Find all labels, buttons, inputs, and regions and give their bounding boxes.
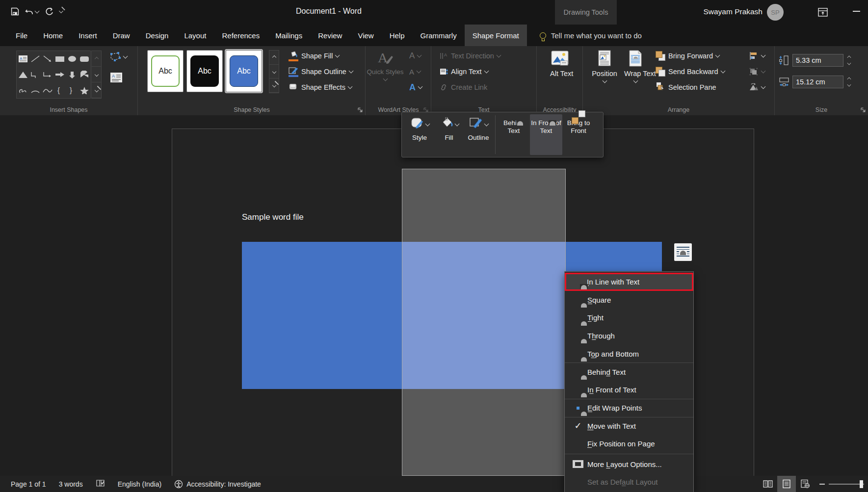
language-indicator[interactable]: English (India) bbox=[118, 480, 162, 488]
text-direction-button[interactable]: A Text Direction bbox=[436, 48, 503, 64]
gallery-scroll-down-button[interactable] bbox=[92, 67, 101, 82]
alt-text-button[interactable]: Alt Text bbox=[545, 46, 575, 101]
shape-snip-corner-icon[interactable] bbox=[78, 67, 90, 82]
align-text-button[interactable]: Align Text bbox=[436, 64, 503, 79]
tab-design[interactable]: Design bbox=[138, 25, 177, 46]
menu-item-in-front-of-text[interactable]: In Front of Text bbox=[565, 381, 693, 399]
minimize-button[interactable] bbox=[853, 11, 860, 12]
shape-width-input[interactable] bbox=[792, 76, 843, 88]
rotate-objects-button[interactable] bbox=[746, 79, 768, 95]
tab-view[interactable]: View bbox=[350, 25, 381, 46]
size-dialog-launcher[interactable] bbox=[860, 107, 867, 113]
send-backward-button[interactable]: Send Backward bbox=[653, 64, 728, 79]
shape-line-icon[interactable] bbox=[29, 51, 41, 67]
shape-oval-icon[interactable] bbox=[66, 51, 78, 67]
tab-draw[interactable]: Draw bbox=[105, 25, 138, 46]
tab-file[interactable]: File bbox=[8, 25, 35, 46]
height-stepper[interactable] bbox=[846, 56, 851, 65]
menu-item-through[interactable]: Through bbox=[565, 327, 693, 345]
shape-elbow-connector-icon[interactable] bbox=[29, 67, 41, 82]
tab-review[interactable]: Review bbox=[310, 25, 350, 46]
shape-brace-right-icon[interactable]: } bbox=[66, 82, 78, 98]
style-scroll-up-button[interactable] bbox=[269, 51, 279, 65]
shape-arrow-down-icon[interactable] bbox=[66, 67, 78, 82]
menu-item-fix-position-on-page[interactable]: Fix Position on Page bbox=[565, 435, 693, 453]
bring-forward-button[interactable]: Bring Forward bbox=[653, 48, 728, 64]
shape-style-thumbnail-3[interactable]: Abc bbox=[226, 50, 262, 92]
shape-rectangle-icon[interactable] bbox=[53, 51, 66, 67]
width-stepper[interactable] bbox=[846, 78, 851, 86]
tab-layout[interactable]: Layout bbox=[176, 25, 214, 46]
toolbar-fill-button[interactable]: Fill bbox=[434, 114, 464, 155]
menu-item-tight[interactable]: Tight bbox=[565, 309, 693, 327]
shape-style-thumbnail-2[interactable]: Abc bbox=[186, 50, 223, 92]
shape-effects-button[interactable]: Shape Effects bbox=[286, 79, 356, 95]
toolbar-in-front-of-text-button[interactable]: In Front of Text bbox=[530, 114, 562, 155]
style-more-button[interactable] bbox=[269, 78, 279, 93]
tab-grammarly[interactable]: Grammarly bbox=[413, 25, 465, 46]
draw-text-box-button[interactable]: A bbox=[110, 72, 123, 85]
shape-style-thumbnail-1[interactable]: Abc bbox=[147, 50, 184, 92]
text-outline-button[interactable]: A bbox=[406, 64, 425, 79]
menu-item-edit-wrap-points[interactable]: Edit Wrap Points bbox=[565, 399, 693, 417]
menu-item-set-as-default-layout[interactable]: Set as Default Layout bbox=[565, 473, 693, 492]
create-link-button[interactable]: Create Link bbox=[436, 79, 503, 95]
align-objects-button[interactable] bbox=[746, 48, 768, 64]
print-layout-view-button[interactable] bbox=[777, 476, 796, 492]
shape-arrow-down-right-icon[interactable] bbox=[41, 51, 53, 67]
toolbar-style-button[interactable]: Style bbox=[405, 114, 434, 155]
shape-triangle-icon[interactable] bbox=[17, 67, 29, 82]
text-effects-button[interactable]: A bbox=[406, 79, 425, 95]
zoom-out-icon[interactable] bbox=[819, 484, 825, 485]
group-objects-button[interactable] bbox=[746, 64, 768, 79]
wrap-text-button[interactable]: Wrap Text bbox=[621, 46, 650, 101]
menu-item-top-and-bottom[interactable]: Top and Bottom bbox=[565, 345, 693, 363]
toolbar-behind-text-button[interactable]: Behind Text bbox=[498, 114, 530, 155]
shape-star-icon[interactable] bbox=[78, 82, 90, 98]
menu-item-in-line-with-text[interactable]: In Line with Text bbox=[565, 273, 693, 291]
menu-item-square[interactable]: Square bbox=[565, 291, 693, 309]
word-count[interactable]: 3 words bbox=[59, 480, 83, 488]
tab-insert[interactable]: Insert bbox=[71, 25, 105, 46]
proofing-errors-button[interactable] bbox=[96, 479, 105, 489]
tab-home[interactable]: Home bbox=[35, 25, 71, 46]
selection-pane-button[interactable]: Selection Pane bbox=[653, 79, 728, 95]
tab-mailings[interactable]: Mailings bbox=[267, 25, 310, 46]
read-mode-view-button[interactable] bbox=[759, 476, 777, 492]
avatar[interactable]: SP bbox=[767, 4, 784, 21]
tab-help[interactable]: Help bbox=[382, 25, 413, 46]
layout-options-button[interactable] bbox=[674, 243, 692, 261]
shape-text-box-icon[interactable]: A bbox=[17, 51, 29, 67]
edit-shape-button[interactable] bbox=[109, 51, 127, 63]
style-scroll-down-button[interactable] bbox=[269, 65, 279, 79]
toolbar-bring-to-front-button[interactable]: Bring to Front bbox=[562, 114, 595, 155]
menu-item-more-layout-options[interactable]: More Layout Options... bbox=[565, 455, 693, 473]
shape-scribble-icon[interactable] bbox=[17, 82, 29, 98]
tab-shape-format[interactable]: Shape Format bbox=[465, 25, 527, 46]
shape-height-input[interactable] bbox=[792, 54, 843, 67]
text-fill-button[interactable]: A bbox=[406, 48, 425, 64]
toolbar-outline-button[interactable]: Outline bbox=[464, 114, 493, 155]
shape-arrow-right-icon[interactable] bbox=[53, 67, 66, 82]
gallery-more-button[interactable] bbox=[92, 82, 101, 98]
web-layout-view-button[interactable] bbox=[796, 476, 815, 492]
shape-arc-icon[interactable] bbox=[29, 82, 41, 98]
quick-styles-button[interactable]: A Quick Styles bbox=[370, 46, 400, 101]
tab-references[interactable]: References bbox=[214, 25, 267, 46]
shape-elbow-arrow-connector-icon[interactable] bbox=[41, 67, 53, 82]
shape-rounded-rectangle-icon[interactable] bbox=[78, 51, 90, 67]
page-indicator[interactable]: Page 1 of 1 bbox=[11, 480, 46, 488]
shape-fill-button[interactable]: Shape Fill bbox=[286, 48, 356, 64]
menu-item-behind-text[interactable]: Behind Text bbox=[565, 363, 693, 381]
shape-brace-left-icon[interactable]: { bbox=[53, 82, 66, 98]
shape-outline-button[interactable]: Shape Outline bbox=[286, 64, 356, 79]
ribbon-display-options-button[interactable] bbox=[817, 6, 829, 18]
zoom-thumb[interactable] bbox=[860, 480, 863, 488]
tell-me-box[interactable]: Tell me what you want to do bbox=[540, 25, 642, 46]
shape-curve-icon[interactable] bbox=[41, 82, 53, 98]
gallery-scroll-up-button[interactable] bbox=[92, 51, 101, 67]
shape-styles-dialog-launcher[interactable] bbox=[357, 107, 364, 113]
zoom-slider[interactable] bbox=[819, 484, 864, 485]
menu-item-move-with-text[interactable]: ✓Move with Text bbox=[565, 417, 693, 435]
zoom-track[interactable] bbox=[829, 484, 864, 485]
